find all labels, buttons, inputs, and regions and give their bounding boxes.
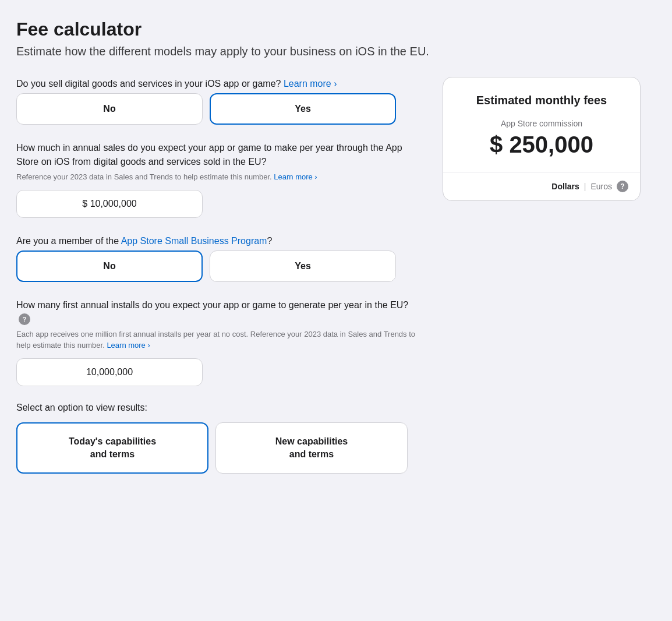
q3-no-button[interactable]: No	[16, 250, 203, 282]
q4-text: How many first annual installs do you ex…	[16, 298, 424, 326]
q5-today-button[interactable]: Today's capabilitiesand terms	[16, 422, 208, 474]
q4-help-icon[interactable]: ?	[19, 313, 30, 325]
q3-program-link[interactable]: App Store Small Business Program	[121, 236, 267, 246]
right-panel: Estimated monthly fees App Store commiss…	[443, 77, 641, 201]
fees-card-title: Estimated monthly fees	[457, 94, 626, 107]
q3-yes-button[interactable]: Yes	[210, 250, 396, 282]
page-title: Fee calculator	[16, 19, 656, 40]
q1-learn-more-link[interactable]: Learn more ›	[284, 79, 337, 89]
q3-button-group: No Yes	[16, 250, 424, 282]
left-panel: Do you sell digital goods and services i…	[16, 77, 424, 490]
currency-divider: |	[584, 182, 586, 191]
fees-currency-help-icon[interactable]: ?	[617, 181, 628, 192]
q2-sales-input[interactable]	[16, 190, 203, 218]
q1-button-group: No Yes	[16, 93, 424, 125]
fees-commission-label: App Store commission	[457, 119, 626, 128]
q4-learn-more-link[interactable]: Learn more ›	[107, 341, 150, 350]
q3-text: Are you a member of the App Store Small …	[16, 234, 424, 248]
q2-input-wrapper	[16, 190, 203, 218]
estimated-fees-card: Estimated monthly fees App Store commiss…	[443, 77, 641, 201]
q1-no-button[interactable]: No	[16, 93, 203, 125]
q5-new-button[interactable]: New capabilitiesand terms	[215, 422, 408, 474]
q4-input-wrapper	[16, 358, 203, 386]
q4-block: How many first annual installs do you ex…	[16, 298, 424, 386]
fees-footer: Dollars | Euros ?	[443, 172, 640, 200]
q2-block: How much in annual sales do you expect y…	[16, 141, 424, 218]
q2-learn-more-link[interactable]: Learn more ›	[274, 172, 317, 181]
q5-label: Select an option to view results:	[16, 403, 424, 413]
q5-block: Select an option to view results: Today'…	[16, 403, 424, 474]
q1-block: Do you sell digital goods and services i…	[16, 77, 424, 125]
q1-yes-button[interactable]: Yes	[210, 93, 396, 125]
q5-button-group: Today's capabilitiesand terms New capabi…	[16, 422, 424, 474]
q4-installs-input[interactable]	[16, 358, 203, 386]
fees-main: Estimated monthly fees App Store commiss…	[443, 77, 640, 172]
page-subtitle: Estimate how the different models may ap…	[16, 45, 656, 58]
fees-currency-dollars[interactable]: Dollars	[551, 182, 579, 191]
q1-text: Do you sell digital goods and services i…	[16, 77, 424, 91]
q2-text: How much in annual sales do you expect y…	[16, 141, 424, 169]
fees-currency-euros[interactable]: Euros	[590, 182, 612, 191]
q3-block: Are you a member of the App Store Small …	[16, 234, 424, 282]
q2-hint: Reference your 2023 data in Sales and Tr…	[16, 171, 424, 183]
q4-hint: Each app receives one million first annu…	[16, 329, 424, 351]
fees-amount: $ 250,000	[457, 132, 626, 158]
